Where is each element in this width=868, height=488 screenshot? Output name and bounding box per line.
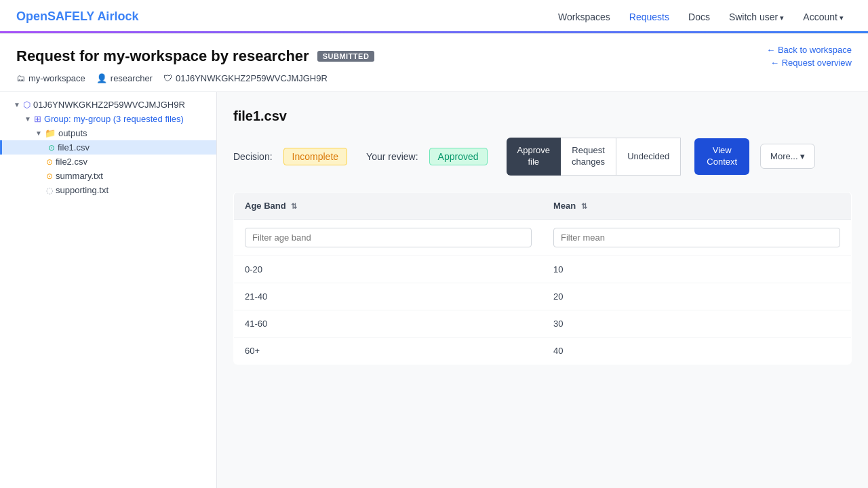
chevron-down-icon: ▾ bbox=[800, 151, 805, 161]
tree-root[interactable]: ▼ ⬡ 01J6YNWKGKHZ2P59WVCJMJGH9R bbox=[0, 98, 216, 112]
cell-age-band: 21-40 bbox=[234, 283, 543, 310]
file-plain-icon: ◌ bbox=[46, 186, 53, 195]
cell-mean: 20 bbox=[542, 283, 852, 310]
status-badge: SUBMITTED bbox=[317, 51, 375, 62]
group-link[interactable]: Group: my-group (3 requested files) bbox=[44, 114, 184, 124]
decision-badge: Incomplete bbox=[283, 148, 347, 165]
app-logo[interactable]: OpenSAFELY Airlock bbox=[16, 9, 138, 24]
layers-icon: 🗂 bbox=[16, 73, 25, 83]
globe-icon: ⬡ bbox=[23, 100, 31, 110]
tree-group[interactable]: ▼ ⊞ Group: my-group (3 requested files) bbox=[0, 112, 216, 126]
breadcrumb-request-id: 🛡 01J6YNWKGKHZ2P59WVCJMJGH9R bbox=[163, 73, 328, 83]
breadcrumb-researcher: 👤 researcher bbox=[96, 73, 153, 83]
cell-age-band: 41-60 bbox=[234, 310, 543, 337]
file-title: file1.csv bbox=[233, 108, 852, 124]
chevron-down-icon: ▼ bbox=[14, 101, 20, 108]
decision-row: Decision: Incomplete Your review: Approv… bbox=[233, 138, 852, 176]
action-buttons: Approve file Request changes Undecided bbox=[507, 138, 682, 176]
file-approved-icon: ⊙ bbox=[48, 143, 55, 152]
more-button[interactable]: More... ▾ bbox=[760, 144, 815, 169]
tree-file-supportingtxt[interactable]: ◌ supporting.txt bbox=[0, 183, 216, 197]
review-badge: Approved bbox=[429, 148, 488, 165]
tree-file-file1csv[interactable]: ⊙ file1.csv bbox=[0, 140, 216, 155]
col-mean-header[interactable]: Mean ⇅ bbox=[542, 192, 852, 219]
table-row: 60+ 40 bbox=[234, 337, 852, 364]
table-row: 21-40 20 bbox=[234, 283, 852, 310]
decision-label: Decision: bbox=[233, 151, 273, 162]
sort-icon: ⇅ bbox=[291, 202, 297, 210]
tree-outputs-folder[interactable]: ▼ 📁 outputs bbox=[0, 126, 216, 140]
undecided-button[interactable]: Undecided bbox=[616, 138, 681, 176]
col-age-band-header[interactable]: Age Band ⇅ bbox=[234, 192, 543, 219]
nav-docs[interactable]: Docs bbox=[680, 6, 718, 28]
breadcrumb-workspace: 🗂 my-workspace bbox=[16, 73, 85, 83]
tree-file-summarytxt[interactable]: ⊙ summary.txt bbox=[0, 169, 216, 183]
approve-file-button[interactable]: Approve file bbox=[507, 138, 561, 176]
nav-account[interactable]: Account bbox=[795, 6, 852, 28]
request-changes-button[interactable]: Request changes bbox=[561, 138, 616, 176]
page-title: Request for my-workspace by researcher bbox=[16, 47, 309, 65]
nav-requests[interactable]: Requests bbox=[621, 6, 677, 28]
shield-icon: 🛡 bbox=[163, 73, 172, 83]
folder-icon: 📁 bbox=[45, 128, 56, 138]
data-table: Age Band ⇅ Mean ⇅ bbox=[233, 192, 852, 365]
file-review-icon: ⊙ bbox=[46, 157, 53, 167]
main-nav: Workspaces Requests Docs Switch user Acc… bbox=[550, 6, 852, 28]
back-links: ← Back to workspace ← Request overview bbox=[766, 45, 852, 68]
cell-age-band: 60+ bbox=[234, 337, 543, 364]
group-icon: ⊞ bbox=[34, 114, 41, 124]
page-header: Request for my-workspace by researcher S… bbox=[0, 34, 868, 92]
nav-workspaces[interactable]: Workspaces bbox=[550, 6, 618, 28]
view-context-button[interactable]: View Context bbox=[694, 138, 749, 175]
main-layout: ▼ ⬡ 01J6YNWKGKHZ2P59WVCJMJGH9R ▼ ⊞ Group… bbox=[0, 92, 868, 488]
cell-mean: 30 bbox=[542, 310, 852, 337]
cell-mean: 40 bbox=[542, 337, 852, 364]
breadcrumb: 🗂 my-workspace 👤 researcher 🛡 01J6YNWKGK… bbox=[16, 73, 852, 92]
filter-age-band-input[interactable] bbox=[245, 228, 532, 247]
cell-mean: 10 bbox=[542, 256, 852, 283]
chevron-down-icon: ▼ bbox=[24, 115, 31, 123]
file-tree: ▼ ⬡ 01J6YNWKGKHZ2P59WVCJMJGH9R ▼ ⊞ Group… bbox=[0, 92, 217, 488]
tree-file-file2csv[interactable]: ⊙ file2.csv bbox=[0, 155, 216, 169]
filter-mean-input[interactable] bbox=[553, 228, 840, 247]
app-header: OpenSAFELY Airlock Workspaces Requests D… bbox=[0, 0, 868, 34]
content-area: file1.csv Decision: Incomplete Your revi… bbox=[217, 92, 868, 488]
filter-row bbox=[234, 219, 852, 256]
chevron-down-icon: ▼ bbox=[35, 129, 42, 137]
nav-switch-user[interactable]: Switch user bbox=[721, 6, 792, 28]
back-to-workspace-link[interactable]: ← Back to workspace bbox=[766, 45, 852, 55]
table-row: 41-60 30 bbox=[234, 310, 852, 337]
request-overview-link[interactable]: ← Request overview bbox=[770, 58, 852, 68]
cell-age-band: 0-20 bbox=[234, 256, 543, 283]
sort-icon: ⇅ bbox=[581, 202, 587, 210]
review-label: Your review: bbox=[366, 151, 418, 162]
file-review-icon: ⊙ bbox=[46, 171, 53, 181]
user-icon: 👤 bbox=[96, 73, 107, 83]
table-row: 0-20 10 bbox=[234, 256, 852, 283]
